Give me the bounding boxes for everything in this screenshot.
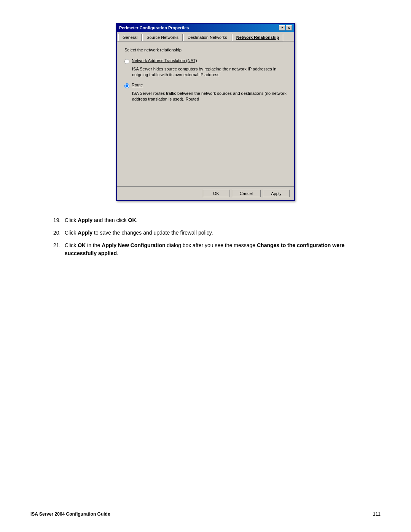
tab-network-relationship[interactable]: Network Relationship bbox=[232, 34, 283, 41]
page-footer: ISA Server 2004 Configuration Guide 111 bbox=[30, 509, 381, 517]
instruction-number-19: 19. bbox=[53, 216, 65, 224]
radio-nat-label: Network Address Translation (NAT) bbox=[132, 58, 197, 63]
cancel-button[interactable]: Cancel bbox=[232, 190, 261, 197]
radio-route-description: ISA Server routes traffic between the ne… bbox=[132, 91, 287, 102]
radio-nat-description: ISA Server hides source computers by rep… bbox=[132, 66, 287, 78]
close-button[interactable]: X bbox=[286, 25, 292, 30]
instruction-item-19: 19. Click Apply and then click OK. bbox=[53, 216, 358, 224]
instruction-text-19: Click Apply and then click OK. bbox=[65, 216, 137, 224]
radio-route-group: Route ISA Server routes traffic between … bbox=[124, 83, 287, 102]
titlebar-controls: ? X bbox=[279, 25, 292, 30]
radio-route-label: Route bbox=[132, 83, 143, 87]
help-button[interactable]: ? bbox=[279, 25, 285, 30]
dialog-titlebar: Perimeter Configuration Properties ? X bbox=[117, 24, 294, 32]
instructions-section: 19. Click Apply and then click OK. 20. C… bbox=[53, 216, 358, 262]
instruction-item-20: 20. Click Apply to save the changes and … bbox=[53, 229, 358, 237]
tab-bar: General Source Networks Destination Netw… bbox=[117, 32, 294, 42]
dialog-footer: OK Cancel Apply bbox=[117, 186, 294, 200]
instruction-text-21: Click OK in the Apply New Configuration … bbox=[65, 241, 358, 257]
radio-route-input[interactable] bbox=[124, 83, 129, 88]
ok-button[interactable]: OK bbox=[203, 190, 229, 197]
tab-general[interactable]: General bbox=[118, 34, 142, 41]
tab-source-networks[interactable]: Source Networks bbox=[142, 34, 183, 41]
apply-button[interactable]: Apply bbox=[263, 190, 290, 197]
radio-nat-group: Network Address Translation (NAT) ISA Se… bbox=[124, 58, 287, 78]
footer-page-number: 111 bbox=[373, 511, 381, 517]
dialog-body: Select the network relationship: Network… bbox=[117, 42, 294, 186]
instruction-item-21: 21. Click OK in the Apply New Configurat… bbox=[53, 241, 358, 257]
instruction-number-21: 21. bbox=[53, 241, 65, 257]
tab-destination-networks[interactable]: Destination Networks bbox=[183, 34, 231, 41]
dialog-title: Perimeter Configuration Properties bbox=[119, 26, 189, 30]
radio-route-option[interactable]: Route bbox=[124, 83, 287, 88]
instruction-text-20: Click Apply to save the changes and upda… bbox=[65, 229, 213, 237]
footer-left-text: ISA Server 2004 Configuration Guide bbox=[30, 511, 110, 517]
radio-nat-option[interactable]: Network Address Translation (NAT) bbox=[124, 58, 287, 64]
radio-nat-input[interactable] bbox=[124, 59, 129, 64]
instruction-number-20: 20. bbox=[53, 229, 65, 237]
dialog-window: Perimeter Configuration Properties ? X G… bbox=[116, 23, 295, 201]
section-label: Select the network relationship: bbox=[124, 48, 287, 52]
